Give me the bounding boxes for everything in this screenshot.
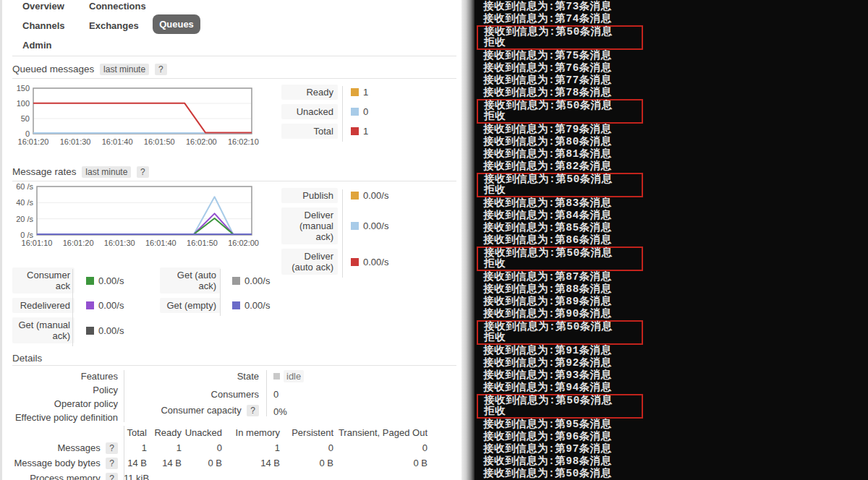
consumer-capacity-text: Consumer capacity <box>161 405 241 416</box>
table-cell: 1 <box>147 442 182 453</box>
queued-messages-range-badge[interactable]: last minute <box>100 64 149 75</box>
console-line: 接收到信息为:第50条消息 拒收 <box>477 25 643 50</box>
nav-queues-active-tab[interactable]: Queues <box>153 14 200 34</box>
details-features-label[interactable]: Features <box>2 371 118 382</box>
message-rates-legend: Publish 0.00/s Deliver (manual ack) 0.00… <box>281 188 469 279</box>
console-line: 接收到信息为:第74条消息 <box>475 13 868 25</box>
legend-value: 0 <box>363 106 368 117</box>
rates-legend-col2: Get (auto ack) 0.00/s Get (empty) 0.00/s <box>160 267 348 317</box>
nav-overview[interactable]: Overview <box>22 1 64 12</box>
legend-row-total: Total 1 <box>281 124 469 139</box>
console-line-text: 接收到信息为:第50条消息 <box>484 100 642 111</box>
console-line: 接收到信息为:第83条消息 <box>475 197 868 210</box>
console-line: 接收到信息为:第95条消息 <box>475 419 868 431</box>
table-cell: 14 B <box>124 458 147 468</box>
queued-messages-chart: 05010015016:01:2016:01:3016:01:4016:01:5… <box>9 81 284 153</box>
col-header-ready: Ready <box>147 427 182 438</box>
get-auto-color-swatch <box>232 277 240 285</box>
console-line-text: 接收到信息为:第97条消息 <box>483 443 868 455</box>
message-rates-help-icon[interactable]: ? <box>137 166 149 178</box>
nav-channels[interactable]: Channels <box>22 20 65 31</box>
console-line: 接收到信息为:第85条消息 <box>475 222 868 234</box>
message-rates-range-badge[interactable]: last minute <box>82 166 131 178</box>
table-cell: 0 <box>280 442 333 453</box>
console-line-text: 接收到信息为:第86条消息 <box>483 234 868 247</box>
table-cell: 1 <box>124 442 147 453</box>
svg-text:16:01:20: 16:01:20 <box>63 239 94 247</box>
message-body-bytes-help-icon[interactable]: ? <box>106 458 118 469</box>
legend-value: 1 <box>363 87 368 98</box>
console-line: 接收到信息为:第94条消息 <box>475 382 868 394</box>
console-line-text: 接收到信息为:第80条消息 <box>483 136 868 148</box>
state-label: State <box>136 371 259 382</box>
console-reject-text: 拒收 <box>484 111 642 122</box>
svg-text:100: 100 <box>17 99 30 108</box>
legend-value: 0.00/s <box>244 275 270 286</box>
consumer-capacity-help-icon[interactable]: ? <box>247 405 259 416</box>
legend-label: Consumer ack <box>12 267 75 293</box>
console-line: 接收到信息为:第92条消息 <box>475 357 868 369</box>
console-panel: 接收到信息为:第73条消息 接收到信息为:第74条消息 接收到信息为:第50条消… <box>475 0 868 480</box>
svg-text:16:02:00: 16:02:00 <box>186 137 217 146</box>
console-scrollbar[interactable] <box>461 0 475 480</box>
console-line-text: 接收到信息为:第50条消息 <box>484 322 642 333</box>
table-cell: 0 <box>333 442 427 453</box>
console-line-text: 接收到信息为:第96条消息 <box>483 431 868 443</box>
redelivered-color-swatch <box>86 301 94 309</box>
details-effective-policy-label[interactable]: Effective policy definition <box>2 412 118 423</box>
console-line-text: 接收到信息为:第50条消息 <box>484 395 642 406</box>
nav-connections[interactable]: Connections <box>89 1 146 12</box>
console-line-text: 接收到信息为:第84条消息 <box>483 210 868 222</box>
console-line: 接收到信息为:第89条消息 <box>475 296 868 308</box>
nav-exchanges[interactable]: Exchanges <box>89 20 139 31</box>
publish-color-swatch <box>351 192 359 200</box>
console-line-text: 接收到信息为:第89条消息 <box>483 296 868 308</box>
section-divider <box>12 365 456 366</box>
legend-value: 1 <box>363 126 368 137</box>
legend-value: 0.00/s <box>98 325 124 336</box>
console-line: 接收到信息为:第81条消息 <box>475 148 868 160</box>
console-line: 接收到信息为:第97条消息 <box>475 443 868 455</box>
console-reject-text: 拒收 <box>484 185 642 196</box>
console-line: 接收到信息为:第82条消息 <box>475 160 868 173</box>
console-line-text: 接收到信息为:第78条消息 <box>483 87 868 99</box>
console-line-text: 接收到信息为:第98条消息 <box>483 455 868 468</box>
svg-text:16:01:30: 16:01:30 <box>60 137 91 146</box>
queued-messages-help-icon[interactable]: ? <box>155 64 167 75</box>
svg-text:50: 50 <box>21 114 30 123</box>
message-body-bytes-label: Message body bytes <box>14 458 100 468</box>
legend-label: Publish <box>281 188 338 203</box>
nav-admin[interactable]: Admin <box>22 40 51 51</box>
total-color-swatch <box>351 127 359 135</box>
nav-divider <box>12 56 456 56</box>
console-line-text: 接收到信息为:第73条消息 <box>483 1 868 13</box>
ready-color-swatch <box>351 88 359 96</box>
console-line-text: 接收到信息为:第77条消息 <box>483 74 868 87</box>
row-label-messages: Messages ? <box>2 442 118 453</box>
legend-label: Get (auto ack) <box>160 267 221 293</box>
legend-row-get-empty: Get (empty) 0.00/s <box>160 298 348 313</box>
console-line-text: 接收到信息为:第90条消息 <box>483 308 868 320</box>
legend-label: Get (manual ack) <box>12 317 75 343</box>
details-operator-policy-label[interactable]: Operator policy <box>2 398 118 409</box>
process-memory-help-icon[interactable]: ? <box>106 473 118 480</box>
details-policy-label[interactable]: Policy <box>2 385 118 395</box>
legend-row-get-manual: Get (manual ack) 0.00/s <box>12 317 200 343</box>
queued-messages-label: Queued messages <box>12 64 94 74</box>
console-line: 接收到信息为:第93条消息 <box>475 369 868 382</box>
consumers-value: 0 <box>273 389 278 400</box>
console-line-text: 接收到信息为:第95条消息 <box>483 419 868 431</box>
console-line: 接收到信息为:第50条消息 拒收 <box>477 320 643 345</box>
col-header-in-memory: In memory <box>222 427 280 438</box>
console-line: 接收到信息为:第78条消息 <box>475 87 868 99</box>
svg-text:16:01:30: 16:01:30 <box>104 239 135 247</box>
console-line-text: 接收到信息为:第79条消息 <box>483 124 868 136</box>
console-line-text: 接收到信息为:第87条消息 <box>483 271 868 283</box>
legend-label: Total <box>281 124 338 139</box>
console-line: 接收到信息为:第76条消息 <box>475 62 868 74</box>
console-line: 接收到信息为:第96条消息 <box>475 431 868 443</box>
col-header-unacked: Unacked <box>182 427 222 438</box>
console-line: 接收到信息为:第73条消息 <box>475 1 868 13</box>
messages-help-icon[interactable]: ? <box>106 442 118 454</box>
console-line: 接收到信息为:第50条消息 拒收 <box>477 99 643 124</box>
